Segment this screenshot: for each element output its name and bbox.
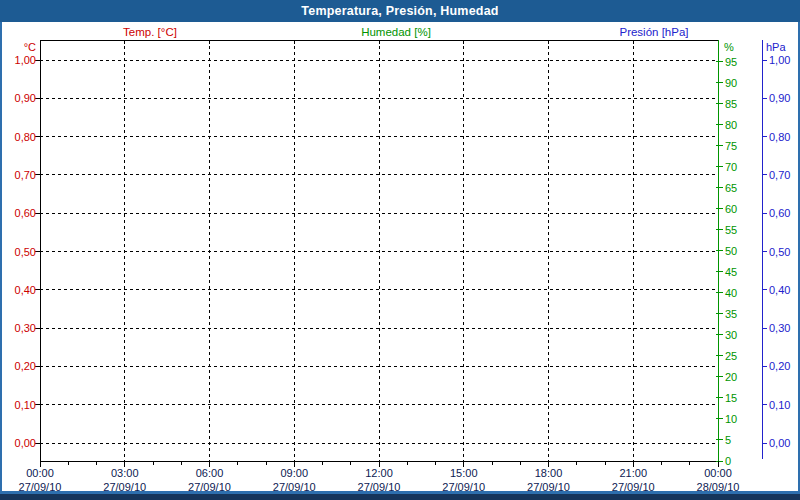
- window-border-left: [0, 22, 2, 491]
- humidity-axis-label: 40: [725, 287, 737, 299]
- pressure-axis-label: 0,10: [769, 399, 790, 411]
- x-time-label: 15:00: [450, 467, 478, 479]
- pressure-axis-label: 0,40: [769, 284, 790, 296]
- humidity-axis-label: 60: [725, 203, 737, 215]
- humidity-axis-label: 90: [725, 77, 737, 89]
- pressure-axis-label: 0,80: [769, 131, 790, 143]
- humidity-axis-label: 80: [725, 119, 737, 131]
- x-time-label: 21:00: [619, 467, 647, 479]
- temp-axis-label: 0,60: [15, 207, 36, 219]
- humidity-axis-label: 85: [725, 98, 737, 110]
- humidity-axis-label: 45: [725, 266, 737, 278]
- pressure-axis-label: 0,70: [769, 169, 790, 181]
- humidity-axis-label: 20: [725, 371, 737, 383]
- humidity-axis-label: 35: [725, 308, 737, 320]
- temp-axis-label: 0,40: [15, 284, 36, 296]
- humidity-axis-label: 10: [725, 413, 737, 425]
- plot-area: 1,000,900,800,700,600,500,400,300,200,10…: [0, 0, 800, 500]
- x-time-label: 09:00: [280, 467, 308, 479]
- temp-axis-label: 0,20: [15, 360, 36, 372]
- window-bottom-band: [0, 494, 800, 500]
- temp-axis-label: 0,50: [15, 246, 36, 258]
- pressure-axis-label: 0,50: [769, 246, 790, 258]
- temp-axis-label: 0,80: [15, 131, 36, 143]
- x-time-label: 00:00: [704, 467, 732, 479]
- temp-axis-label: 0,00: [15, 437, 36, 449]
- humidity-axis-label: 15: [725, 392, 737, 404]
- x-time-label: 03:00: [111, 467, 139, 479]
- x-time-label: 18:00: [535, 467, 563, 479]
- humidity-axis-label: 0: [725, 455, 731, 467]
- humidity-axis-label: 95: [725, 56, 737, 68]
- humidity-axis-label: 5: [725, 434, 731, 446]
- humidity-axis-label: 65: [725, 182, 737, 194]
- temp-axis-label: 0,70: [15, 169, 36, 181]
- app-window: Temperatura, Presión, Humedad Temp. [°C]…: [0, 0, 800, 500]
- temp-axis-label: 0,30: [15, 322, 36, 334]
- humidity-axis-label: 55: [725, 224, 737, 236]
- temp-axis-label: 1,00: [15, 54, 36, 66]
- humidity-axis-label: 75: [725, 140, 737, 152]
- pressure-axis-label: 0,00: [769, 437, 790, 449]
- pressure-axis-label: 1,00: [769, 54, 790, 66]
- humidity-axis-label: 30: [725, 329, 737, 341]
- humidity-axis-label: 25: [725, 350, 737, 362]
- temp-axis-label: 0,90: [15, 92, 36, 104]
- humidity-axis-label: 70: [725, 161, 737, 173]
- pressure-axis-label: 0,20: [769, 360, 790, 372]
- x-time-label: 06:00: [196, 467, 224, 479]
- humidity-axis-label: 50: [725, 245, 737, 257]
- temp-axis-label: 0,10: [15, 399, 36, 411]
- pressure-axis-label: 0,30: [769, 322, 790, 334]
- x-time-label: 00:00: [26, 467, 54, 479]
- pressure-axis-label: 0,90: [769, 92, 790, 104]
- x-time-label: 12:00: [365, 467, 393, 479]
- pressure-axis-label: 0,60: [769, 207, 790, 219]
